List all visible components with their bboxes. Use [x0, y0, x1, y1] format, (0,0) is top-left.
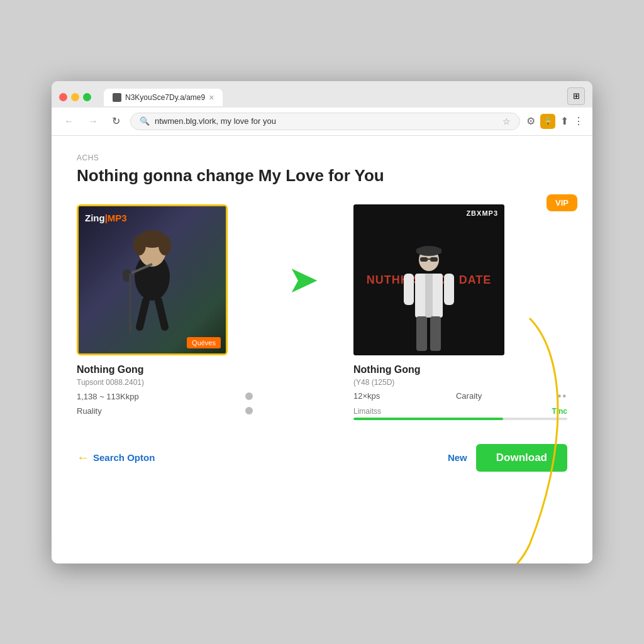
standing-figure-svg — [397, 242, 460, 355]
left-quality-dot — [245, 407, 253, 414]
progress-labels: Limaitss Tinc — [353, 407, 567, 416]
singer-svg — [111, 226, 193, 333]
tab-favicon — [113, 93, 121, 102]
right-song-meta: (Y48 (125D) — [353, 378, 567, 387]
back-button[interactable]: ← — [60, 114, 78, 128]
right-quality: Caraity — [456, 391, 482, 401]
zing-label-right: ZBXMP3 — [466, 209, 498, 217]
traffic-lights — [59, 93, 91, 101]
breadcrumb: ACHS — [77, 153, 567, 162]
forward-button[interactable]: → — [84, 114, 102, 128]
tab-title: N3KyouSce7Dy.a/ame9 — [125, 93, 205, 102]
left-bitrate: 1,138 ~ 113Kkpp — [77, 392, 139, 401]
svg-rect-14 — [425, 274, 433, 318]
left-quality-label: Ruality — [77, 406, 102, 416]
svg-rect-16 — [430, 316, 441, 351]
progress-left-label: Limaitss — [353, 407, 381, 416]
svg-rect-12 — [416, 248, 441, 253]
svg-rect-20 — [430, 257, 438, 262]
progress-section: Limaitss Tinc — [353, 407, 567, 420]
svg-rect-17 — [404, 274, 414, 305]
browser-btn-area: ⊞ — [567, 87, 585, 108]
search-option-label: Search Opton — [93, 452, 155, 463]
reload-button[interactable]: ↻ — [108, 114, 124, 128]
browser-window: N3KyouSce7Dy.a/ame9 × ⊞ ← → ↻ 🔍 ntwmen.b… — [52, 81, 592, 564]
right-info-row: 12×kps Caraity •• — [353, 391, 567, 402]
left-bitrate-dot — [245, 392, 253, 400]
right-kbps: 12×kps — [353, 391, 380, 401]
new-label: New — [448, 452, 467, 463]
settings-icon[interactable]: ⚙ — [526, 115, 535, 127]
bookmark-icon[interactable]: ☆ — [502, 116, 511, 126]
tab-close-icon[interactable]: × — [209, 92, 214, 103]
page-title: Nothing gonna change My Love for You — [77, 166, 567, 186]
minimize-dot[interactable] — [71, 93, 79, 101]
progress-bar-track — [353, 418, 567, 420]
grid-icon[interactable]: ⊞ — [567, 87, 585, 105]
quality-badge-left: Quéves — [187, 337, 221, 348]
close-dot[interactable] — [59, 93, 67, 101]
search-option-link[interactable]: ← Search Opton — [77, 450, 155, 465]
left-song-title: Nothing Gong — [77, 364, 253, 375]
vip-badge: VIP — [547, 194, 577, 211]
page-content: ACHS Nothing gonna change My Love for Yo… — [52, 136, 592, 564]
share-icon[interactable]: ⬆ — [560, 115, 569, 127]
bottom-right-actions: New Download — [448, 444, 567, 472]
title-bar: N3KyouSce7Dy.a/ame9 × ⊞ — [52, 81, 592, 108]
progress-right-label: Tinc — [552, 407, 567, 416]
mp3-label-left: |MP3 — [105, 213, 127, 223]
browser-tab[interactable]: N3KyouSce7Dy.a/ame9 × — [104, 89, 223, 106]
svg-rect-19 — [420, 257, 428, 262]
left-info-row-2: Ruality — [77, 406, 253, 416]
more-icon[interactable]: ⋮ — [574, 115, 584, 127]
right-more-icon[interactable]: •• — [558, 391, 567, 402]
svg-rect-15 — [416, 316, 427, 351]
left-info-row-1: 1,138 ~ 113Kkpp — [77, 392, 253, 401]
svg-rect-18 — [444, 274, 454, 305]
svg-line-8 — [158, 301, 165, 327]
search-icon: 🔍 — [140, 116, 150, 126]
nav-bar: ← → ↻ 🔍 ntwmen.blg.vlork, my love for yo… — [52, 108, 592, 136]
right-song-title: Nothing Gong — [353, 364, 567, 375]
tab-bar: N3KyouSce7Dy.a/ame9 × — [104, 89, 562, 106]
progress-bar-fill — [353, 418, 503, 420]
maximize-dot[interactable] — [83, 93, 91, 101]
svg-point-3 — [133, 235, 146, 255]
nav-icons: ⚙ 🔒 ⬆ ⋮ — [526, 114, 584, 129]
comparison-area: Zing|MP3 — [77, 204, 567, 420]
album-art-left: Zing|MP3 — [77, 204, 228, 355]
right-arrow-icon: ➤ — [287, 261, 319, 299]
bottom-bar: ← Search Opton New Download — [77, 438, 567, 472]
address-text: ntwmen.blg.vlork, my love for you — [155, 116, 497, 126]
arrow-area: ➤ — [253, 204, 353, 299]
right-card: VIP ZBXMP3 — [353, 204, 567, 420]
svg-point-4 — [158, 235, 171, 255]
album-art-right: ZBXMP3 — [353, 204, 504, 355]
left-arrow-icon: ← — [77, 450, 89, 465]
download-button[interactable]: Download — [476, 444, 567, 472]
left-song-meta: Tupsont 0088.2401) — [77, 378, 253, 387]
address-bar[interactable]: 🔍 ntwmen.blg.vlork, my love for you ☆ — [130, 113, 520, 130]
zing-label-left: Zing|MP3 — [85, 213, 127, 223]
left-card: Zing|MP3 — [77, 204, 253, 416]
lock-icon[interactable]: 🔒 — [540, 114, 555, 129]
svg-line-7 — [140, 301, 146, 327]
